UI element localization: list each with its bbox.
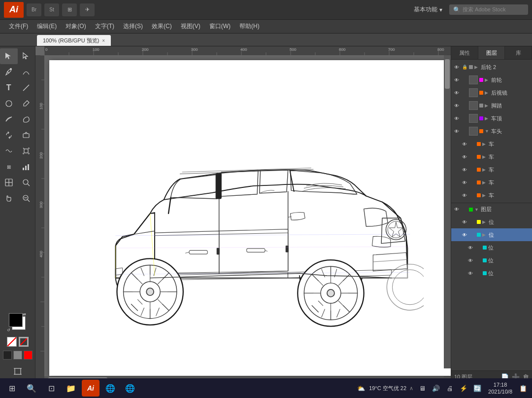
visibility-icon[interactable]: 👁 [453,115,460,122]
ellipse-tool[interactable] [0,96,18,111]
warp-tool[interactable] [0,143,18,159]
layer-item-sub-active[interactable]: 👁 ▶ 位 [451,228,532,241]
illustrator-taskbar-btn[interactable]: Ai [82,380,100,397]
print-icon[interactable]: 🖨 [444,382,456,394]
layer-item[interactable]: 👁 ▶ 前轮 [451,73,532,86]
bridge-btn[interactable]: Br [27,3,41,16]
menu-window[interactable]: 窗口(W) [205,21,234,32]
scale-tool[interactable] [18,143,35,159]
layer-item-sub[interactable]: 👁 ▶ 车 [451,138,532,150]
red-swatch[interactable] [24,351,33,360]
system-clock[interactable]: 17:18 2021/10/8 [485,381,515,396]
scrollbar-vertical[interactable] [444,55,451,368]
foreground-color-swatch[interactable] [9,313,23,327]
stroke-icon[interactable] [19,337,29,347]
visibility-icon[interactable]: 👁 [461,153,468,160]
direct-select-tool[interactable] [18,48,35,64]
mid-swatch[interactable] [13,351,22,360]
visibility-icon[interactable]: 👁 [453,64,460,71]
stock-btn[interactable]: St [44,3,59,16]
notification-btn[interactable]: 📋 [517,382,529,394]
visibility-icon[interactable]: 👁 [461,141,468,147]
tab-properties[interactable]: 属性 [451,46,478,59]
dark-swatch[interactable] [3,351,12,360]
select-tool[interactable] [0,48,18,64]
artboard-tool[interactable] [9,363,27,379]
tab-close-btn[interactable]: × [102,38,105,43]
blob-brush-tool[interactable] [18,111,35,127]
visibility-icon[interactable]: 👁 [453,102,460,109]
line-tool[interactable] [18,80,35,96]
layer-item[interactable]: 👁 ▶ 车顶 [451,112,532,125]
visibility-icon[interactable]: 👁 [467,244,474,251]
visibility-icon[interactable]: 👁 [461,231,468,238]
explorer-btn[interactable]: 📁 [62,380,80,397]
search-stock[interactable]: 🔍 搜索 Adobe Stock [449,4,528,15]
swap-colors-btn[interactable]: ⇄ [23,312,28,317]
visibility-icon[interactable]: 👁 [461,179,468,186]
visibility-icon[interactable]: 👁 [461,166,468,173]
start-btn[interactable]: ⊞ [3,380,21,397]
layer-item[interactable]: 👁 🔒 ▶ 后轮 2 [451,61,532,73]
browser2-btn[interactable]: 🌐 [121,380,139,397]
pencil-tool[interactable] [0,111,18,127]
layer-item-sub2[interactable]: 👁 位 [451,254,532,267]
search-btn[interactable]: 🔍 [23,380,40,397]
transform-tool[interactable] [18,127,35,143]
layer-item[interactable]: 👁 ▼ 车头 [451,125,532,138]
rotate-tool[interactable] [0,127,18,143]
visibility-icon[interactable]: 👁 [461,218,468,225]
lock-icon[interactable]: 🔒 [462,64,467,70]
task-view-btn[interactable]: ⊡ [42,380,60,397]
graph-tool[interactable] [18,159,35,175]
layer-item-sub[interactable]: 👁 ▶ 车 [451,189,532,202]
visibility-icon[interactable]: 👁 [467,270,474,277]
sync-icon[interactable]: 🔄 [471,382,483,394]
menu-edit[interactable]: 编辑(E) [33,21,61,32]
type-tool[interactable]: T [0,80,18,96]
browser1-btn[interactable]: 🌐 [101,380,119,397]
visibility-icon[interactable]: 👁 [453,89,460,96]
layer-item-sub[interactable]: 👁 ▶ 位 [451,216,532,228]
layer-item[interactable]: 👁 ▼ 图层 [451,203,532,216]
layer-item[interactable]: 👁 ▶ 后视镜 [451,86,532,99]
default-colors-btn[interactable]: ↺ [7,328,12,333]
network-icon[interactable]: 🖥 [416,382,428,394]
power-icon[interactable]: ⚡ [458,382,469,394]
pen-tool[interactable] [0,64,18,80]
document-tab[interactable]: 100% (RGB/GPU 预览) × [37,35,111,46]
menu-file[interactable]: 文件(F) [5,21,32,32]
layer-item[interactable]: 👁 ▶ 脚踏 [451,99,532,112]
visibility-icon[interactable]: 👁 [453,206,460,213]
zoom-tool[interactable] [18,175,35,190]
scrollbar-v-thumb[interactable] [445,59,450,89]
menu-help[interactable]: 帮助(H) [235,21,264,32]
tab-layers[interactable]: 图层 [478,46,505,59]
arrange-btn[interactable]: ⊞ [62,3,77,16]
menu-effect[interactable]: 效果(C) [148,21,176,32]
visibility-icon[interactable]: 👁 [467,257,474,264]
curvature-tool[interactable] [18,64,35,80]
publish-btn[interactable]: ✈ [80,3,95,16]
weather-icon[interactable]: ⛅ [355,382,367,394]
canvas-area[interactable]: 0 100 200 300 400 500 [35,46,451,383]
eyedropper-tool[interactable] [18,96,35,111]
visibility-icon[interactable]: 👁 [453,76,460,83]
menu-select[interactable]: 选择(S) [119,21,147,32]
zoom-out-tool[interactable] [18,190,35,206]
volume-icon[interactable]: 🔊 [430,382,442,394]
menu-text[interactable]: 文字(T) [91,21,118,32]
hand-tool[interactable] [0,190,18,206]
menu-view[interactable]: 视图(V) [177,21,204,32]
slice-tool[interactable] [0,175,18,190]
layer-item-sub2[interactable]: 👁 位 [451,241,532,254]
symbol-tool[interactable]: ⊠ [0,159,18,175]
layer-item-sub2[interactable]: 👁 位 [451,267,532,280]
layer-item-sub[interactable]: 👁 ▶ 车 [451,176,532,189]
visibility-icon[interactable]: 👁 [453,128,460,135]
layer-item-sub[interactable]: 👁 ▶ 车 [451,163,532,176]
workspace-label[interactable]: 基本功能 ▾ [414,5,442,14]
visibility-icon[interactable]: 👁 [461,192,468,199]
fill-none-icon[interactable] [7,337,17,347]
layer-item-sub[interactable]: 👁 ▶ 车 [451,150,532,163]
